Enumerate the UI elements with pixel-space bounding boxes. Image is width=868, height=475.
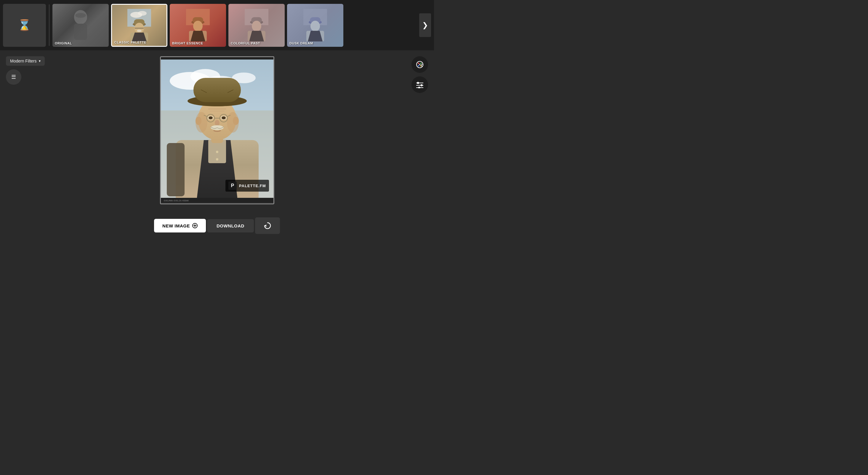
filter-item-colorful-past[interactable]: COLORFUL PAST <box>228 4 285 47</box>
svg-point-64 <box>216 151 218 153</box>
svg-point-28 <box>310 21 320 31</box>
download-button[interactable]: DOWNLOAD <box>207 219 254 232</box>
filter-item-dusk-dream[interactable]: DUSK DREAM <box>287 4 343 47</box>
svg-point-59 <box>233 117 239 125</box>
watermark: P PALETTE.FM <box>225 180 269 192</box>
watermark-text: PALETTE.FM <box>239 184 266 188</box>
pin-slot: ⌛ <box>3 4 46 47</box>
svg-point-58 <box>195 117 202 125</box>
svg-point-80 <box>418 87 421 89</box>
svg-point-16 <box>193 21 203 31</box>
palette-icon <box>415 60 424 69</box>
svg-rect-39 <box>167 143 185 196</box>
filter-item-bright-essence[interactable]: BRIGHT ESSENCE <box>170 4 226 47</box>
plus-circle-icon <box>192 223 197 228</box>
main-image-container: EVELMAN—EVELIA—KODAK P PALETTE.FM <box>160 56 274 204</box>
filter-label-original: ORIGINAL <box>55 41 72 45</box>
svg-point-74 <box>421 64 423 66</box>
svg-point-71 <box>418 65 420 67</box>
bottom-bar: NEW IMAGE DOWNLOAD <box>0 214 434 238</box>
filter-label-colorful: COLORFUL PAST <box>231 41 260 45</box>
svg-text:EVELMAN—EVELIA—KODAK: EVELMAN—EVELIA—KODAK <box>164 199 189 202</box>
svg-point-65 <box>216 158 218 160</box>
sliders-button[interactable] <box>411 76 428 93</box>
menu-icon: ☰ <box>11 74 16 80</box>
svg-point-5 <box>138 11 147 16</box>
refresh-button[interactable] <box>255 217 280 234</box>
svg-rect-61 <box>193 78 241 102</box>
menu-button[interactable]: ☰ <box>6 69 21 85</box>
film-strip-top <box>161 57 273 60</box>
svg-rect-1 <box>74 24 87 40</box>
filter-label-dusk: DUSK DREAM <box>289 41 313 45</box>
watermark-logo: P <box>228 182 237 190</box>
filter-label-classic: CLASSIC PALETTE <box>114 40 146 44</box>
svg-point-2 <box>75 13 86 18</box>
left-controls: Modern Filters ▾ ☰ <box>6 56 45 85</box>
svg-point-79 <box>421 85 423 87</box>
refresh-icon <box>264 222 272 230</box>
download-label: DOWNLOAD <box>217 223 244 228</box>
filter-divider <box>49 4 50 46</box>
filter-strip: ⌛ ORIGINAL <box>0 0 434 50</box>
palette-button[interactable] <box>411 56 428 73</box>
svg-point-10 <box>137 30 142 32</box>
filter-dropdown[interactable]: Modern Filters ▾ <box>6 56 45 66</box>
svg-point-50 <box>222 116 226 119</box>
right-controls <box>411 56 428 93</box>
svg-point-22 <box>252 21 261 31</box>
svg-point-78 <box>417 82 419 84</box>
sliders-icon <box>415 81 424 88</box>
filter-item-classic-palette[interactable]: CLASSIC PALETTE <box>111 4 167 47</box>
filter-item-original[interactable]: ORIGINAL <box>53 4 109 47</box>
svg-point-73 <box>419 64 421 65</box>
svg-point-69 <box>418 63 420 64</box>
filter-dropdown-label: Modern Filters <box>10 59 36 63</box>
new-image-button[interactable]: NEW IMAGE <box>154 219 206 232</box>
chevron-down-icon: ▾ <box>39 59 40 63</box>
svg-point-70 <box>421 63 422 64</box>
main-content: Modern Filters ▾ ☰ <box>0 50 434 214</box>
svg-point-56 <box>215 120 219 126</box>
next-filter-arrow[interactable]: ❯ <box>419 13 431 37</box>
pin-icon: ⌛ <box>18 19 31 31</box>
filter-label-bright: BRIGHT ESSENCE <box>172 41 203 45</box>
chevron-right-icon: ❯ <box>422 21 428 29</box>
svg-point-49 <box>209 116 213 119</box>
new-image-label: NEW IMAGE <box>162 223 190 228</box>
